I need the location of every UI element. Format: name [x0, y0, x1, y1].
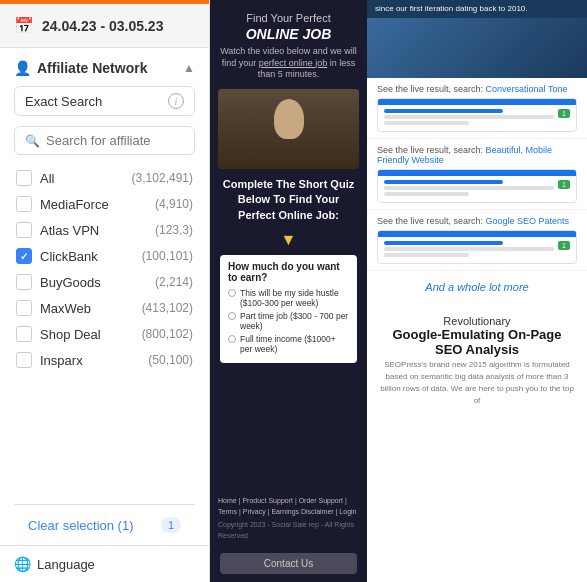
list-item[interactable]: BuyGoods(2,214) [14, 269, 195, 295]
collapse-icon[interactable]: ▲ [183, 61, 195, 75]
sr-top-bar [378, 99, 576, 105]
checkbox[interactable] [16, 196, 32, 212]
item-count: (3,102,491) [132, 171, 193, 185]
item-name: Atlas VPN [40, 223, 147, 238]
checkbox[interactable] [16, 352, 32, 368]
sr-line-2 [384, 121, 469, 125]
result-section-3: See the live result, search: Google SEO … [367, 210, 587, 271]
search-icon: 🔍 [25, 134, 40, 148]
watch-text: Watch the video below and we will find y… [220, 46, 357, 81]
list-item[interactable]: MediaForce(4,910) [14, 191, 195, 217]
language-bar[interactable]: 🌐 Language [0, 545, 209, 582]
item-name: ClickBank [40, 249, 134, 264]
sr-line-4 [384, 192, 469, 196]
list-item[interactable]: MaxWeb(413,102) [14, 295, 195, 321]
list-item[interactable]: Shop Deal(800,102) [14, 321, 195, 347]
middle-content: Complete The Short Quiz Below To Find Yo… [210, 169, 367, 490]
item-count: (800,102) [142, 327, 193, 341]
contact-btn-row: Contact Us [210, 547, 367, 582]
quiz-radio-3 [228, 335, 236, 343]
more-label: And a whole lot more [425, 281, 528, 293]
sr-line-5 [384, 247, 554, 251]
video-thumbnail [218, 89, 359, 169]
quiz-option-1-label: This will be my side hustle ($100-300 pe… [240, 288, 349, 308]
sr-badge: 1 [558, 109, 570, 118]
footer-links: Home | Product Support | Order Support |… [218, 496, 359, 517]
item-count: (4,910) [155, 197, 193, 211]
quiz-option-1[interactable]: This will be my side hustle ($100-300 pe… [228, 288, 349, 308]
sr-lines [384, 109, 554, 127]
quiz-option-2-label: Part time job ($300 - 700 per week) [240, 311, 349, 331]
footer-copyright: Copyright 2023 - Social Sale rep - All R… [218, 520, 359, 541]
find-text: Find Your Perfect [220, 12, 357, 24]
list-item[interactable]: All(3,102,491) [14, 165, 195, 191]
list-item[interactable]: ClickBank(100,101) [14, 243, 195, 269]
contact-button[interactable]: Contact Us [220, 553, 357, 574]
video-placeholder[interactable] [218, 89, 359, 169]
revolutionary-section: Revolutionary Google-Emulating On-Page S… [367, 303, 587, 419]
arrow-down-icon: ▼ [220, 231, 357, 249]
quiz-option-3[interactable]: Full time income ($1000+ per week) [228, 334, 349, 354]
quiz-radio-2 [228, 312, 236, 320]
sr-line-blue [384, 109, 503, 113]
rev-subtitle-strong: Google-Emulating On-Page SEO Analysis [392, 327, 561, 357]
complete-text: Complete The Short Quiz Below To Find Yo… [220, 177, 357, 223]
sr-line-1 [384, 115, 554, 119]
item-count: (2,214) [155, 275, 193, 289]
item-name: MediaForce [40, 197, 147, 212]
affiliate-section: 👤 Affiliate Network ▲ Exact Search i 🔍 A… [0, 48, 209, 545]
sr-content-3: 1 [384, 241, 570, 259]
checkbox[interactable] [16, 170, 32, 186]
item-count: (50,100) [148, 353, 193, 367]
quiz-option-2[interactable]: Part time job ($300 - 700 per week) [228, 311, 349, 331]
quiz-radio-1 [228, 289, 236, 297]
result-link-2[interactable]: Beautiful, Mobile Friendly Website [377, 145, 552, 165]
quiz-box: How much do you want to earn? This will … [220, 255, 357, 363]
rev-title-text: Revolutionary [443, 315, 510, 327]
search-input[interactable] [46, 133, 184, 148]
sr-badge-3: 1 [558, 241, 570, 250]
list-item[interactable]: Insparx(50,100) [14, 347, 195, 373]
result-link-1[interactable]: Conversational Tone [486, 84, 568, 94]
sr-top-bar-3 [378, 231, 576, 237]
checkbox[interactable] [16, 274, 32, 290]
item-name: BuyGoods [40, 275, 147, 290]
list-item[interactable]: Atlas VPN(123,3) [14, 217, 195, 243]
language-label: Language [37, 557, 95, 572]
checkbox[interactable] [16, 326, 32, 342]
checkbox[interactable] [16, 248, 32, 264]
item-name: MaxWeb [40, 301, 134, 316]
quiz-option-3-label: Full time income ($1000+ per week) [240, 334, 349, 354]
result-link-3[interactable]: Google SEO Patents [486, 216, 570, 226]
calendar-icon: 📅 [14, 16, 34, 35]
middle-header: Find Your Perfect ONLINE JOB Watch the v… [210, 0, 367, 89]
checkbox[interactable] [16, 222, 32, 238]
language-icon: 🌐 [14, 556, 31, 572]
date-range-bar[interactable]: 📅 24.04.23 - 03.05.23 [0, 4, 209, 48]
exact-search-label: Exact Search [25, 94, 162, 109]
result-section-2: See the live result, search: Beautiful, … [367, 139, 587, 210]
date-range-text: 24.04.23 - 03.05.23 [42, 18, 163, 34]
checkbox[interactable] [16, 300, 32, 316]
clear-selection-label: Clear selection (1) [28, 518, 134, 533]
clear-badge: 1 [161, 517, 181, 533]
more-section: And a whole lot more [367, 271, 587, 303]
item-count: (100,101) [142, 249, 193, 263]
left-panel: 📅 24.04.23 - 03.05.23 👤 Affiliate Networ… [0, 0, 210, 582]
rev-body: SEOPress's brand new 2015 algorithm is f… [377, 359, 577, 407]
affiliate-header: 👤 Affiliate Network ▲ [14, 60, 195, 76]
item-name: Shop Deal [40, 327, 134, 342]
search-result-box-1: 1 [377, 98, 577, 132]
affiliate-icon: 👤 [14, 60, 31, 76]
exact-search-row[interactable]: Exact Search i [14, 86, 195, 116]
item-count: (123,3) [155, 223, 193, 237]
search-input-row[interactable]: 🔍 [14, 126, 195, 155]
affiliate-title: Affiliate Network [37, 60, 147, 76]
info-icon[interactable]: i [168, 93, 184, 109]
item-name: Insparx [40, 353, 140, 368]
right-image [367, 18, 587, 78]
right-image-inner [367, 18, 587, 78]
clear-selection-button[interactable]: Clear selection (1) 1 [14, 504, 195, 545]
result-section-1: See the live result, search: Conversatio… [367, 78, 587, 139]
middle-footer: Home | Product Support | Order Support |… [210, 490, 367, 547]
